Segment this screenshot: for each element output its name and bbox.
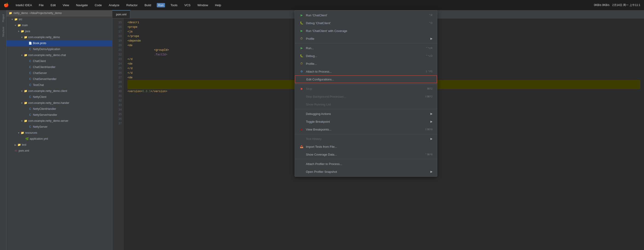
apple-icon[interactable]: 🍎 (4, 2, 9, 7)
tree-item-hander-package[interactable]: ▼ 📁 com.example.netty_demo.hander (6, 100, 112, 106)
menu-import-tests[interactable]: 📥 Import Tests from File... (295, 143, 437, 150)
tree-item-chat-package[interactable]: ▼ 📁 com.example.netty_demo.chat (6, 52, 112, 58)
java-icon: C (28, 65, 32, 69)
menubar-window[interactable]: Window (196, 3, 210, 7)
menu-label: Debug... (306, 54, 423, 58)
menu-separator (295, 159, 437, 159)
menu-run-dots[interactable]: ▶ Run... ⌃⌥R (295, 44, 437, 52)
tree-item-pom-xml[interactable]: ▶ m pom.xml (6, 148, 112, 154)
menu-profile[interactable]: ⏱ Profile ▶ (295, 35, 437, 42)
menubar-navigate[interactable]: Navigate (74, 3, 89, 7)
tree-label: ChatClient (33, 60, 46, 63)
structure-tab[interactable]: Structure (2, 25, 5, 39)
menubar-run[interactable]: Run (157, 3, 165, 7)
submenu-arrow-icon: ▶ (430, 37, 432, 40)
menubar-file[interactable]: File (38, 3, 45, 7)
run-icon: ▶ (300, 46, 304, 50)
tree-arrow: ▶ (14, 144, 17, 146)
menu-separator (295, 134, 437, 134)
tab-pom-xml[interactable]: pom.xml (112, 10, 130, 18)
menu-show-coverage[interactable]: Show Coverage Data... ⌃⌘F6 (295, 150, 437, 158)
menu-profile-dots[interactable]: ⏱ Profile... (295, 60, 437, 68)
menu-label: Open Profiler Snapshot (306, 170, 426, 173)
clock: 2月14日 周一 上午11:1 (612, 3, 640, 7)
menubar-view[interactable]: View (61, 3, 70, 7)
menubar-edit[interactable]: Edit (49, 3, 57, 7)
menu-label: View Breakpoints... (306, 128, 422, 131)
stop-icon: ■ (300, 87, 304, 91)
tree-item-chat-server-handler[interactable]: ▶ C ChatServerHandler (6, 76, 112, 82)
tree-item-src[interactable]: ▼ 📁 src (6, 16, 112, 22)
menu-debug-dots[interactable]: 🐛 Debug... ⌃⌥D (295, 52, 437, 60)
menubar-tools[interactable]: Tools (169, 3, 179, 7)
folder-icon: 📁 (24, 89, 28, 93)
attach-profiler-icon (300, 162, 304, 166)
menu-toggle-breakpoint[interactable]: Toggle Breakpoint ▶ (295, 118, 437, 125)
menu-open-profiler-snapshot[interactable]: Open Profiler Snapshot ▶ (295, 168, 437, 176)
folder-icon: 📁 (24, 101, 28, 105)
menu-attach-process[interactable]: ⚙ Attach to Process... ⇧⌃F5 (295, 68, 437, 75)
tree-arrow: ▼ (20, 36, 24, 39)
tree-item-test[interactable]: ▶ 📁 test (6, 142, 112, 148)
menubar-vcs[interactable]: VCS (183, 3, 192, 7)
tree-arrow: ▶ (25, 72, 28, 74)
tree-label: ChatServer (33, 71, 47, 75)
menu-label: Show Running List (306, 103, 432, 106)
menu-stop-background: Stop Background Processes... ⇧⌘F2 (295, 93, 437, 100)
menubar-help[interactable]: Help (214, 3, 222, 7)
menubar-intellij[interactable]: IntelliJ IDEA (14, 3, 33, 7)
menu-shortcut: ⌃⌥R (426, 47, 432, 50)
coverage-run-icon: ▶ (300, 29, 304, 33)
tree-arrow: ▼ (20, 90, 24, 92)
tree-label: NettyDemoApplication (33, 48, 60, 51)
menu-run-coverage[interactable]: ▶ Run 'ChatClient' with Coverage (295, 27, 437, 35)
menubar-build[interactable]: Build (143, 3, 152, 7)
menubar-analyze[interactable]: Analyze (108, 3, 121, 7)
tree-arrow: ▶ (25, 42, 28, 45)
tree-item-chat-client-handler[interactable]: ▶ C ChatClientHandler (6, 64, 112, 70)
debug-icon: 🐛 (300, 21, 304, 25)
menu-attach-profiler[interactable]: Attach Profiler to Process... (295, 160, 437, 168)
menu-debug-chatclient[interactable]: 🐛 Debug 'ChatClient' ⌃D (295, 19, 437, 27)
tree-label: ChatServerHandler (33, 77, 56, 81)
tree-arrow: ▼ (17, 30, 20, 33)
tree-item-netty-client[interactable]: ▶ C NettyClient (6, 94, 112, 100)
java-icon: C (28, 48, 32, 51)
java-icon: C (28, 71, 32, 75)
menu-shortcut: ⌘F2 (427, 87, 432, 90)
tree-item-book-proto[interactable]: ▶ 📄 Book.proto (6, 40, 112, 46)
menu-label: Debug 'ChatClient' (306, 21, 426, 25)
menu-label: Run 'ChatClient' with Coverage (306, 29, 432, 33)
menu-run-chatclient[interactable]: ▶ Run 'ChatClient' ⌃R (295, 11, 437, 19)
menu-label: Profile... (306, 62, 432, 65)
tree-item-test-chat[interactable]: ▶ C TestChat (6, 82, 112, 88)
project-tab[interactable]: Project (2, 12, 5, 24)
folder-icon: 📁 (17, 24, 21, 27)
tree-item-resources[interactable]: ▼ 📁 resources (6, 130, 112, 136)
tree-item-netty-server-handler[interactable]: ▶ C NettyServerHandler (6, 112, 112, 118)
menu-label: Attach to Process... (306, 70, 423, 73)
tree-item-com-example[interactable]: ▼ 📁 com.example.netty_demo (6, 34, 112, 40)
tree-arrow: ▼ (14, 24, 17, 27)
tree-item-server-package[interactable]: ▼ 📁 com.example.netty_demo.server (6, 118, 112, 124)
tree-label: NettyClient (33, 95, 46, 99)
tree-item-java[interactable]: ▼ 📁 java (6, 28, 112, 34)
menu-debugging-actions[interactable]: Debugging Actions ▶ (295, 110, 437, 118)
menubar-code[interactable]: Code (93, 3, 103, 7)
menu-edit-configurations[interactable]: Edit Configurations... (295, 75, 437, 83)
menu-test-history: Test History ▶ (295, 135, 437, 143)
menu-shortcut: ⇧⌘F2 (425, 95, 432, 98)
project-name: 📁 (9, 11, 12, 15)
tree-item-main[interactable]: ▼ 📁 main (6, 22, 112, 28)
menu-view-breakpoints[interactable]: ● View Breakpoints... ⇧⌘F8 (295, 125, 437, 133)
tree-item-chat-server[interactable]: ▶ C ChatServer (6, 70, 112, 76)
tree-item-application-yml[interactable]: ▶ 🌿 application.yml (6, 136, 112, 142)
tree-item-chat-client[interactable]: ▶ C ChatClient (6, 58, 112, 64)
menubar-refactor[interactable]: Refactor (125, 3, 139, 7)
tree-item-netty-demo-app[interactable]: ▶ C NettyDemoApplication (6, 46, 112, 52)
tree-item-client-package[interactable]: ▼ 📁 com.example.netty_demo.client (6, 88, 112, 94)
tree-item-netty-client-handler[interactable]: ▶ C NettyClientHandler (6, 106, 112, 112)
tree-item-netty-server[interactable]: ▶ C NettyServer (6, 124, 112, 130)
tree-label: src (19, 18, 22, 21)
menu-label: Test History (306, 137, 426, 141)
